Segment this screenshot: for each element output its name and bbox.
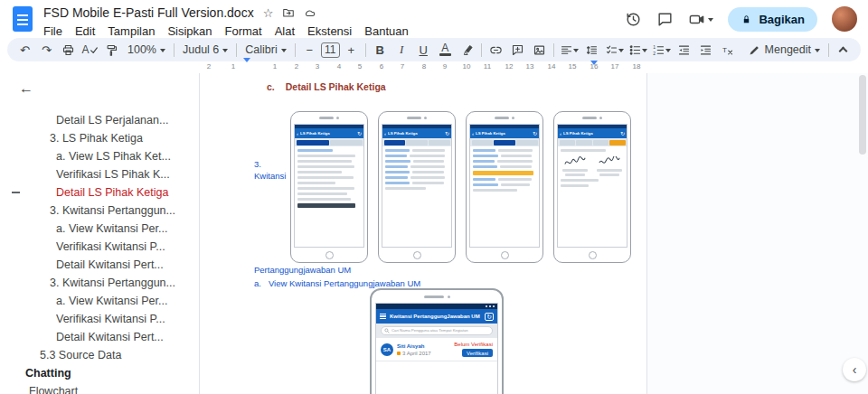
outline-item[interactable]: 3. Kwitansi Pertanggun... xyxy=(0,202,199,220)
signature-icon xyxy=(563,156,587,167)
align-button[interactable] xyxy=(558,40,580,60)
outline-item[interactable]: 3. Kwitansi Pertanggun... xyxy=(0,274,199,292)
insert-link-button[interactable] xyxy=(486,40,506,60)
ruler-number: 3 xyxy=(316,62,319,70)
outline-item[interactable]: Verifikasi Kwitansi P... xyxy=(0,238,199,256)
menu-item[interactable]: File xyxy=(37,23,69,39)
phone-speaker xyxy=(554,112,630,124)
phone-mockup-3[interactable]: ‹ LS Pihak Ketiga ↻ xyxy=(466,111,543,263)
wrapped-heading-fragment[interactable]: 3. Kwitansi xyxy=(254,158,286,182)
menu-item[interactable]: Bantuan xyxy=(358,23,414,39)
phone-mockup-2[interactable]: ‹ LS Pihak Ketiga ↻ xyxy=(378,111,456,263)
font-size-decrease-button[interactable]: − xyxy=(299,40,320,60)
outline-item[interactable]: 3. LS Pihak Ketiga xyxy=(0,129,199,147)
print-button[interactable] xyxy=(58,40,79,60)
styles-select[interactable]: Judul 6 xyxy=(178,40,232,60)
phone-mockup-large[interactable]: Kwitansi PertanggungJawaban UM ↻ Cari Na… xyxy=(370,288,504,394)
menu-item[interactable]: Edit xyxy=(69,23,101,39)
phone-mockup-4[interactable]: ‹ LS Pihak Ketiga ↻ xyxy=(553,111,631,263)
document-title[interactable]: FSD Mobile E-Pasti Full Version.docx xyxy=(43,5,254,20)
divider xyxy=(295,43,296,57)
checklist-button[interactable] xyxy=(603,40,626,60)
phone-item-actions: Belum Verifikasi Verifikasi xyxy=(454,342,493,357)
decrease-indent-button[interactable] xyxy=(674,40,694,60)
hide-menus-button[interactable] xyxy=(833,40,854,60)
menu-item[interactable]: Format xyxy=(219,23,269,39)
ruler-strip: 21123456789101112131415161718 xyxy=(199,61,647,73)
avatar[interactable] xyxy=(832,6,857,32)
video-call-dropdown-icon[interactable] xyxy=(708,14,713,24)
document-page[interactable]: c.Detail LS Pihak Ketiga ‹ LS Pihak Keti… xyxy=(199,73,647,394)
phone-tabs xyxy=(470,138,539,146)
document-outline: ← Detail LS Perjalanan... 3. LS Pihak Ke… xyxy=(0,73,199,394)
outline-item[interactable]: Detail Kwitansi Pert... xyxy=(0,328,199,346)
numbered-list-button[interactable]: 12 xyxy=(650,40,673,60)
phone-speaker xyxy=(291,112,367,124)
menu-item[interactable]: Sisipkan xyxy=(161,23,218,39)
star-icon[interactable]: ☆ xyxy=(263,6,274,20)
close-outline-button[interactable]: ← xyxy=(13,75,40,102)
cloud-status-icon[interactable] xyxy=(304,6,316,19)
heading-continuation[interactable]: Pertanggungjawaban UM xyxy=(254,265,351,275)
text-color-button[interactable]: A xyxy=(435,40,456,60)
comments-icon[interactable] xyxy=(656,11,674,28)
home-button xyxy=(413,251,421,259)
item-date: 3 April 2017 xyxy=(397,351,450,356)
outline-item[interactable]: Detail LS Pihak Ketiga xyxy=(0,183,199,202)
phone-tabs xyxy=(558,138,627,146)
font-size-value[interactable]: 11 xyxy=(321,42,340,58)
phone-screen: ‹ LS Pihak Ketiga ↻ xyxy=(294,124,364,248)
insert-image-button[interactable] xyxy=(529,40,550,60)
signature-icon xyxy=(598,156,621,167)
doc-heading[interactable]: c.Detail LS Pihak Ketiga xyxy=(267,81,386,92)
share-button[interactable]: Bagikan xyxy=(728,7,817,32)
undo-button[interactable]: ↶ xyxy=(14,40,35,60)
phone-item-info: Siti Aisyah 3 April 2017 xyxy=(397,343,450,356)
zoom-select[interactable]: 100% xyxy=(123,40,170,60)
outline-item[interactable]: Chatting xyxy=(0,364,199,382)
menu-item[interactable]: Ekstensi xyxy=(301,23,358,39)
spellcheck-button[interactable]: A xyxy=(80,40,100,60)
increase-indent-button[interactable] xyxy=(695,40,716,60)
outline-item[interactable]: Verifikasi Kwitansi P... xyxy=(0,310,199,328)
video-call-icon[interactable] xyxy=(688,11,705,28)
phone-mockup-1[interactable]: ‹ LS Pihak Ketiga ↻ xyxy=(290,111,368,263)
clear-formatting-button[interactable]: T xyxy=(717,40,738,60)
font-select[interactable]: Calibri xyxy=(241,40,290,60)
line-spacing-button[interactable] xyxy=(581,40,602,60)
phone-app-bar: ‹ LS Pihak Ketiga ↻ xyxy=(295,128,363,138)
menu-item[interactable]: Alat xyxy=(269,23,301,39)
sub-heading[interactable]: a.View Kwitansi Pertanggungjawaban UM xyxy=(254,278,420,288)
outline-item-label: Verifikasi LS Pihak K... xyxy=(56,168,170,181)
outline-item[interactable]: Detail Kwitansi Pert... xyxy=(0,256,199,274)
collapse-panel-button[interactable]: ‹ xyxy=(843,358,866,381)
outline-item[interactable]: a. View LS Pihak Ket... xyxy=(0,147,199,165)
docs-logo-icon[interactable] xyxy=(13,6,33,32)
move-folder-icon[interactable] xyxy=(282,6,295,19)
redo-button[interactable]: ↷ xyxy=(36,40,57,60)
outline-item[interactable]: a. View Kwitansi Per... xyxy=(0,220,199,238)
underline-button[interactable]: U xyxy=(413,40,434,60)
font-size-increase-button[interactable]: + xyxy=(341,40,362,60)
outline-item[interactable]: a. View Kwitansi Per... xyxy=(0,292,199,310)
add-comment-button[interactable] xyxy=(507,40,528,60)
outline-item[interactable]: Detail LS Perjalanan... xyxy=(0,111,199,129)
share-label: Bagikan xyxy=(759,13,805,26)
italic-button[interactable]: I xyxy=(392,40,412,60)
bulleted-list-button[interactable] xyxy=(627,40,649,60)
paint-format-button[interactable] xyxy=(101,40,122,60)
outline-item[interactable]: 5.3 Source Data xyxy=(0,346,199,364)
version-history-icon[interactable] xyxy=(625,11,642,28)
outline-item[interactable]: Verifikasi LS Pihak K... xyxy=(0,165,199,183)
outline-item[interactable]: Flowchart xyxy=(0,382,199,394)
heading-text: Detail LS Pihak Ketiga xyxy=(286,81,386,92)
menu-item[interactable]: Tampilan xyxy=(101,23,161,39)
outline-item-label: Flowchart xyxy=(29,385,78,394)
highlight-color-button[interactable] xyxy=(457,40,477,60)
check-icon xyxy=(90,45,99,54)
bold-button[interactable]: B xyxy=(370,40,391,60)
outline-list: Detail LS Perjalanan... 3. LS Pihak Keti… xyxy=(0,111,199,394)
color-bar xyxy=(439,53,451,56)
scrollbar-thumb[interactable] xyxy=(859,75,866,155)
editing-mode-select[interactable]: Mengedit xyxy=(743,40,825,60)
